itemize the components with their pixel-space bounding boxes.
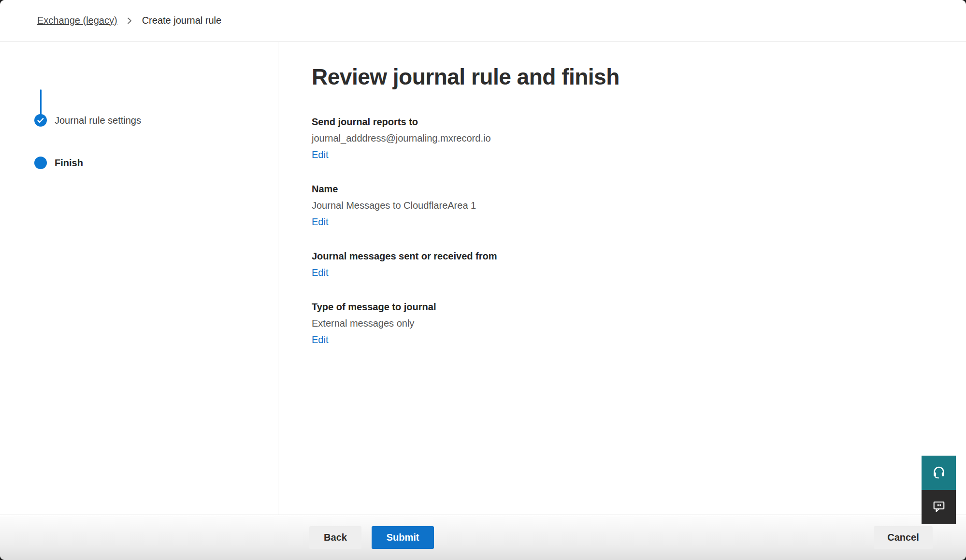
section-value: External messages only — [312, 315, 966, 331]
wizard-step-finish[interactable]: Finish — [34, 157, 83, 169]
back-button[interactable]: Back — [309, 526, 361, 549]
breadcrumb-create-journal-rule: Create journal rule — [142, 15, 222, 26]
step-current-dot-icon — [34, 157, 47, 169]
review-panel: Review journal rule and finish Send jour… — [278, 42, 966, 515]
section-value: journal_adddress@journaling.mxrecord.io — [312, 130, 966, 146]
footer-left-buttons: Back Submit — [309, 526, 434, 549]
wizard-step-journal-rule-settings[interactable]: Journal rule settings — [34, 114, 141, 127]
section-label: Journal messages sent or received from — [312, 248, 966, 264]
chevron-right-icon — [127, 16, 133, 26]
headset-icon — [932, 465, 946, 481]
review-section-send-journal-reports-to: Send journal reports to journal_adddress… — [312, 114, 966, 163]
submit-button[interactable]: Submit — [372, 526, 434, 549]
edit-journal-messages-link[interactable]: Edit — [312, 264, 328, 281]
section-value: Journal Messages to CloudflareArea 1 — [312, 197, 966, 214]
page-title: Review journal rule and finish — [312, 63, 966, 91]
step-completed-check-icon — [34, 114, 47, 127]
breadcrumb-bar: Exchange (legacy) Create journal rule — [0, 0, 966, 42]
review-section-journal-messages-sent-or-received: Journal messages sent or received from E… — [312, 248, 966, 281]
step-connector-line — [40, 89, 42, 115]
section-label: Name — [312, 181, 966, 197]
review-section-type-of-message: Type of message to journal External mess… — [312, 299, 966, 348]
wizard-step-label: Journal rule settings — [55, 115, 141, 126]
wizard-steps-sidebar: Journal rule settings Finish — [0, 42, 278, 515]
edit-send-journal-reports-link[interactable]: Edit — [312, 146, 328, 163]
breadcrumb: Exchange (legacy) Create journal rule — [37, 15, 221, 26]
breadcrumb-exchange-legacy[interactable]: Exchange (legacy) — [37, 15, 117, 26]
section-label: Type of message to journal — [312, 299, 966, 315]
wizard-step-label: Finish — [55, 158, 83, 169]
feedback-button[interactable] — [922, 490, 956, 524]
edit-type-of-message-link[interactable]: Edit — [312, 331, 328, 348]
edit-name-link[interactable]: Edit — [312, 214, 328, 230]
chat-bubble-icon — [932, 499, 946, 515]
cancel-button[interactable]: Cancel — [874, 526, 933, 549]
wizard-action-bar: Back Submit Cancel — [0, 515, 966, 560]
help-button[interactable] — [922, 456, 956, 490]
review-section-name: Name Journal Messages to CloudflareArea … — [312, 181, 966, 230]
floating-side-buttons — [922, 456, 956, 524]
create-journal-rule-window: Exchange (legacy) Create journal rule Jo… — [0, 0, 966, 560]
section-label: Send journal reports to — [312, 114, 966, 130]
